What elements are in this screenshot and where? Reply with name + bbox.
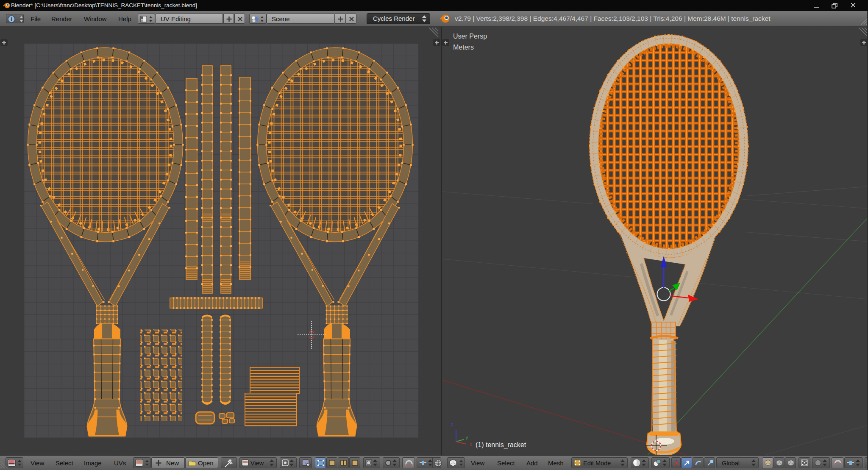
svg-text:Edit Mode: Edit Mode — [583, 460, 611, 467]
svg-text:Open: Open — [198, 459, 214, 467]
svg-text:New: New — [166, 459, 179, 467]
svg-text:Global: Global — [722, 460, 740, 467]
svg-text:View: View — [250, 460, 264, 467]
svg-text:i: i — [11, 17, 12, 22]
